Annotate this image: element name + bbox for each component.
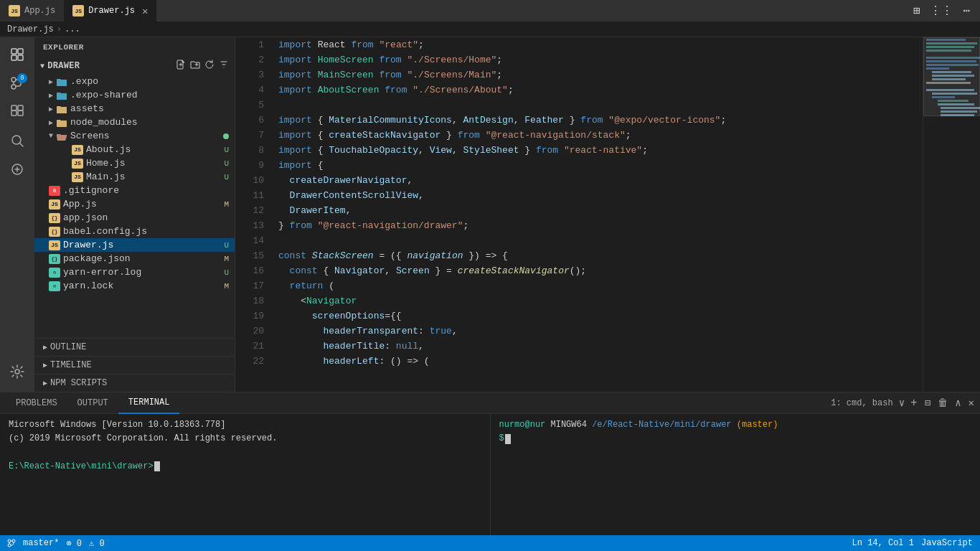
svg-point-6: [11, 85, 16, 89]
terminal-right-pane[interactable]: nurmo@nur MINGW64 /e/React-Native/mini/d…: [491, 414, 981, 535]
minimap-viewport: [923, 37, 980, 116]
errors-label[interactable]: ⊗ 0: [66, 538, 82, 549]
search-activity-icon[interactable]: [6, 129, 29, 152]
git-badge: M: [224, 200, 229, 209]
terminal-left-pane[interactable]: Microsoft Windows [Version 10.0.18363.77…: [0, 414, 491, 535]
svg-point-13: [15, 369, 19, 374]
tab-appjs-icon: JS: [9, 5, 20, 17]
svg-rect-8: [18, 110, 23, 116]
minimap: [923, 37, 980, 392]
git-branch-label[interactable]: master*: [23, 538, 59, 548]
list-item[interactable]: ▼ Screens: [34, 129, 235, 143]
add-terminal-icon[interactable]: +: [910, 397, 918, 410]
minimap-content: [923, 37, 980, 392]
list-item[interactable]: ▶ .expo: [34, 75, 235, 88]
terminal-cursor: [154, 461, 160, 471]
npm-scripts-section[interactable]: ▶ NPM SCRIPTS: [34, 374, 235, 392]
folder-arrow-icon: ▶: [49, 118, 53, 127]
explorer-activity-icon[interactable]: [6, 43, 29, 66]
tab-problems[interactable]: PROBLEMS: [6, 392, 67, 414]
svg-point-17: [8, 544, 11, 547]
list-item[interactable]: ⊙ yarn.lock M: [34, 279, 235, 293]
code-line: import { MaterialCommunityIcons, AntDesi…: [278, 113, 923, 128]
editor-panel: 12345 678910 1112131415 1617181920 2122 …: [235, 37, 980, 392]
list-item[interactable]: JS Main.js U: [34, 170, 235, 184]
file-label: assets: [70, 103, 104, 114]
file-label: .gitignore: [63, 185, 119, 196]
activity-bar: 8: [0, 37, 34, 392]
new-file-icon[interactable]: [176, 60, 186, 72]
timeline-section[interactable]: ▶ TIMELINE: [34, 356, 235, 374]
svg-point-16: [12, 540, 15, 542]
file-label: yarn.lock: [63, 281, 113, 291]
panels-icon[interactable]: ⋮⋮: [930, 4, 953, 18]
list-item[interactable]: G .gitignore: [34, 184, 235, 197]
code-line: headerTitle: null,: [278, 339, 923, 354]
list-item[interactable]: {} package.json M: [34, 252, 235, 265]
tab-appjs[interactable]: JS App.js: [0, 0, 64, 22]
file-icon-json: {}: [49, 254, 60, 264]
file-icon-json: {}: [49, 213, 60, 223]
svg-rect-7: [11, 110, 17, 116]
source-control-badge: 8: [17, 73, 27, 83]
list-item[interactable]: ▶ node_modules: [34, 116, 235, 129]
git-badge: M: [224, 282, 229, 291]
tab-close-icon[interactable]: ✕: [142, 5, 148, 17]
terminal-path-text: E:\React-Native\mini\drawer>: [9, 460, 154, 474]
tab-drawerjs-icon: JS: [72, 5, 84, 17]
list-item[interactable]: ▶ assets: [34, 102, 235, 116]
svg-point-15: [8, 540, 11, 542]
svg-rect-1: [18, 49, 23, 54]
file-icon-lock: ⊙: [49, 281, 60, 291]
list-item[interactable]: ▶ .expo-shared: [34, 88, 235, 102]
file-label: Screens: [70, 131, 110, 141]
file-icon-js: JS: [49, 240, 60, 250]
outline-section[interactable]: ▶ OUTLINE: [34, 338, 235, 356]
more-icon[interactable]: ⋯: [963, 4, 970, 18]
cursor-position[interactable]: Ln 14, Col 1: [852, 538, 914, 548]
language-mode[interactable]: JavaScript: [921, 538, 973, 548]
split-terminal-icon[interactable]: ⊟: [925, 397, 930, 409]
list-item[interactable]: JS Drawer.js U: [34, 238, 235, 252]
tab-terminal[interactable]: TERMINAL: [118, 392, 180, 414]
maximize-panel-icon[interactable]: ∧: [955, 397, 961, 409]
explorer-title: EXPLORER: [34, 37, 235, 57]
breadcrumb-file[interactable]: Drawer.js: [7, 24, 54, 34]
explorer-drawer-header[interactable]: ▼ DRAWER: [34, 57, 235, 75]
source-control-activity-icon[interactable]: 8: [6, 72, 29, 95]
terminal-line: Microsoft Windows [Version 10.0.18363.77…: [9, 418, 481, 432]
terminal-right-line2: $: [499, 432, 972, 446]
list-item[interactable]: ⊙ yarn-error.log U: [34, 265, 235, 279]
list-item[interactable]: JS Home.js U: [34, 156, 235, 170]
svg-rect-2: [11, 55, 17, 60]
refresh-icon[interactable]: [204, 60, 215, 72]
terminal-user: nurmo@nur: [499, 420, 546, 430]
debug-activity-icon[interactable]: [6, 158, 29, 181]
layout-icon[interactable]: ⊞: [913, 4, 920, 18]
code-line: import AboutScreen from "./Screens/About…: [278, 83, 923, 98]
breadcrumb: Drawer.js › ...: [0, 22, 980, 37]
list-item[interactable]: JS About.js U: [34, 143, 235, 156]
list-item[interactable]: {} babel.config.js: [34, 225, 235, 238]
extensions-activity-icon[interactable]: [6, 100, 29, 123]
tab-output[interactable]: OUTPUT: [67, 392, 118, 414]
warnings-label[interactable]: ⚠ 0: [89, 538, 105, 549]
list-item[interactable]: {} app.json: [34, 211, 235, 225]
settings-activity-icon[interactable]: [6, 360, 29, 383]
git-branch-icon[interactable]: [7, 539, 16, 547]
terminal-cursor-right: [505, 434, 511, 444]
file-icon-js: JS: [72, 172, 83, 182]
terminal-content-area: Microsoft Windows [Version 10.0.18363.77…: [0, 414, 980, 535]
code-content[interactable]: import React from "react"; import HomeSc…: [271, 37, 923, 392]
tab-drawerjs[interactable]: JS Drawer.js ✕: [64, 0, 156, 22]
terminal-panel: PROBLEMS OUTPUT TERMINAL 1: cmd, bash ∨ …: [0, 392, 980, 535]
breadcrumb-more[interactable]: ...: [65, 24, 80, 34]
kill-terminal-icon[interactable]: 🗑: [938, 397, 948, 409]
new-folder-icon[interactable]: [190, 60, 200, 72]
list-item[interactable]: JS App.js M: [34, 197, 235, 211]
terminal-tool: MINGW64: [551, 420, 587, 430]
close-panel-icon[interactable]: ✕: [969, 397, 974, 409]
terminal-dropdown-icon[interactable]: ∨: [899, 397, 905, 409]
tab-appjs-label: App.js: [24, 6, 55, 16]
collapse-icon[interactable]: [219, 60, 229, 72]
